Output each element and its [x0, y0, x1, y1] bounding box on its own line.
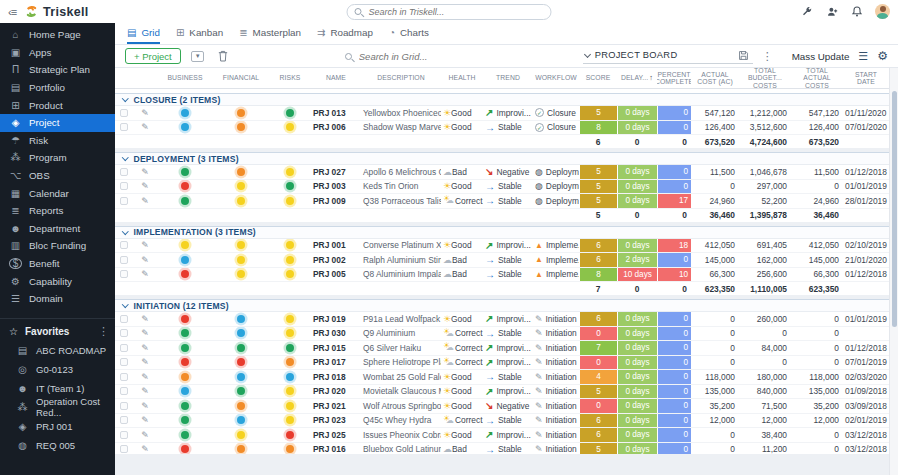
column-header-start-date[interactable]: START DATE [843, 68, 889, 88]
tab-masterplan[interactable]: ≣Masterplan [239, 23, 301, 44]
column-header-total-actual-costs[interactable]: TOTAL ACTUAL COSTS [791, 68, 843, 88]
row-checkbox[interactable] [120, 315, 128, 323]
sidebar-item-department[interactable]: ☻Department [0, 220, 115, 238]
triskell-logo[interactable]: Triskell [24, 4, 89, 19]
delete-button[interactable] [215, 49, 231, 63]
column-header-total-budget-costs[interactable]: TOTAL BUDGET... COSTS [739, 68, 791, 88]
favorite-item-prj-001[interactable]: ◈PRJ 001 [0, 417, 115, 436]
column-header-col1[interactable] [133, 68, 157, 88]
favorites-menu-icon[interactable]: ⋮ [98, 325, 109, 338]
group-header-implementation-3-items[interactable]: IMPLEMENTATION (3 ITEMS) [115, 226, 898, 239]
group-header-initiation-12-items[interactable]: INITIATION (12 ITEMS) [115, 299, 898, 312]
column-header-name[interactable]: NAME [311, 68, 361, 88]
notifications-bell-icon[interactable] [850, 5, 864, 19]
row-checkbox[interactable] [120, 270, 128, 278]
table-row[interactable]: ✎PRJ 016Bluebox Gold Latinum☁Bad→Stable✎… [115, 443, 889, 455]
board-menu-icon[interactable]: ⋮ [762, 50, 773, 63]
table-row[interactable]: ✎PRJ 018Wombat 25 Gold Falcon☀Good→Stabl… [115, 370, 889, 385]
sidebar-item-bloc-funding[interactable]: ▥Bloc Funding [0, 237, 115, 255]
table-row[interactable]: ✎PRJ 003Keds Tin Orion☀Good→Stable◍Deplo… [115, 180, 889, 195]
global-search[interactable] [347, 4, 552, 20]
edit-icon[interactable]: ✎ [141, 314, 149, 324]
mass-update-button[interactable]: Mass Update [792, 51, 850, 62]
column-header-actual-cost-ac[interactable]: ACTUAL COST (AC) [691, 68, 739, 88]
row-checkbox[interactable] [120, 182, 128, 190]
table-row[interactable]: ✎PRJ 017Sphere Heliotrope Plato☀☁Correct… [115, 356, 889, 371]
settings-gear-icon[interactable]: ⚙ [877, 49, 888, 63]
favorite-item-it-team-1[interactable]: ☻IT (Team 1) [0, 379, 115, 398]
column-header-risks[interactable]: RISKS [269, 68, 311, 88]
new-project-button[interactable]: + Project [125, 48, 181, 64]
global-search-input[interactable] [367, 6, 544, 18]
sidebar-item-benefit[interactable]: $Benefit [0, 255, 115, 273]
row-checkbox[interactable] [120, 402, 128, 410]
column-header-workflow[interactable]: WORKFLOW [533, 68, 579, 88]
row-checkbox[interactable] [120, 387, 128, 395]
group-header-closure-2-items[interactable]: CLOSURE (2 ITEMS) [115, 93, 898, 106]
edit-icon[interactable]: ✎ [141, 372, 149, 382]
sidebar-item-obs[interactable]: ⌥OBS [0, 167, 115, 185]
edit-icon[interactable]: ✎ [141, 181, 149, 191]
row-checkbox[interactable] [120, 431, 128, 439]
edit-icon[interactable]: ✎ [141, 386, 149, 396]
column-header-description[interactable]: DESCRIPTION [361, 68, 441, 88]
column-header-col0[interactable] [115, 68, 133, 88]
edit-icon[interactable]: ✎ [141, 401, 149, 411]
sidebar-collapse-icon[interactable]: ‹≡ [8, 6, 16, 18]
table-row[interactable]: ✎PRJ 027Apollo 6 Melichrous Galil...☁Bad… [115, 165, 889, 180]
add-user-icon[interactable] [825, 5, 839, 19]
column-header-trend[interactable]: TREND [483, 68, 533, 88]
edit-icon[interactable]: ✎ [141, 122, 149, 132]
edit-icon[interactable]: ✎ [141, 430, 149, 440]
sidebar-item-strategic-plan[interactable]: ΠStrategic Plan [0, 61, 115, 79]
column-header-delay[interactable]: DELAY...↑ [617, 68, 657, 88]
column-options-icon[interactable]: ☰ [858, 50, 868, 63]
grid-search-input[interactable] [357, 50, 500, 63]
vertical-scrollbar[interactable] [889, 68, 898, 475]
column-header-financial[interactable]: FINANCIAL [213, 68, 269, 88]
table-row[interactable]: ✎PRJ 009Q38 Porraceous Talisker☀☁Correct… [115, 194, 889, 209]
group-header-deployment-3-items[interactable]: DEPLOYMENT (3 ITEMS) [115, 152, 898, 165]
import-dropdown-button[interactable]: ▼ [190, 49, 206, 63]
edit-icon[interactable]: ✎ [141, 240, 149, 250]
favorite-item-operation-cost-red[interactable]: ⁂Operation Cost Red... [0, 398, 115, 417]
user-avatar[interactable] [875, 4, 890, 19]
sidebar-item-program[interactable]: ⁂Program [0, 149, 115, 167]
sidebar-item-apps[interactable]: ▣Apps [0, 44, 115, 62]
row-checkbox[interactable] [120, 445, 128, 453]
edit-icon[interactable]: ✎ [141, 357, 149, 367]
board-selector[interactable]: PROJECT BOARD [583, 49, 753, 64]
edit-icon[interactable]: ✎ [141, 269, 149, 279]
table-row[interactable]: ✎PRJ 013Yellowbox Phoeniceous ...☀Good↗I… [115, 106, 889, 121]
edit-icon[interactable]: ✎ [141, 196, 149, 206]
grid-search[interactable] [345, 49, 500, 64]
edit-icon[interactable]: ✎ [141, 415, 149, 425]
sidebar-item-product[interactable]: ⊞Product [0, 96, 115, 114]
sidebar-item-calendar[interactable]: ▦Calendar [0, 184, 115, 202]
row-checkbox[interactable] [120, 168, 128, 176]
edit-icon[interactable]: ✎ [141, 444, 149, 454]
favorite-item-req-005[interactable]: ◍REQ 005 [0, 436, 115, 455]
table-row[interactable]: ✎PRJ 019P91a Lead Wolfpack☀Good↗Improvi.… [115, 312, 889, 327]
edit-icon[interactable]: ✎ [141, 328, 149, 338]
save-view-icon[interactable] [738, 50, 749, 61]
column-header-business[interactable]: BUSINESS [157, 68, 213, 88]
row-checkbox[interactable] [120, 416, 128, 424]
table-row[interactable]: ✎PRJ 015Q6 Silver Haiku☀☁Correct↗Improvi… [115, 341, 889, 356]
favorite-item-g0-0123[interactable]: ◎G0-0123 [0, 360, 115, 379]
table-row[interactable]: ✎PRJ 030Q9 Aluminium☀☁Correct→Stable✎Ini… [115, 327, 889, 342]
tab-roadmap[interactable]: ⇉Roadmap [317, 23, 373, 44]
column-header-score[interactable]: SCORE [579, 68, 617, 88]
row-checkbox[interactable] [120, 109, 128, 117]
sidebar-item-home-page[interactable]: ⌂Home Page [0, 26, 115, 44]
edit-icon[interactable]: ✎ [141, 167, 149, 177]
tab-kanban[interactable]: ⊞Kanban [176, 23, 223, 44]
row-checkbox[interactable] [120, 373, 128, 381]
favorite-item-abc-roadmap[interactable]: ▤ABC ROADMAP [0, 341, 115, 360]
tab-charts[interactable]: ◔Charts [389, 23, 429, 44]
tab-grid[interactable]: ▤Grid [127, 23, 160, 44]
table-row[interactable]: ✎PRJ 023Q45c Whey Hydra☀☁Correct→Stable✎… [115, 414, 889, 429]
row-checkbox[interactable] [120, 329, 128, 337]
sidebar-item-risk[interactable]: ☂Risk [0, 132, 115, 150]
table-row[interactable]: ✎PRJ 002Ralph Aluminium Stinger☁Bad→Stab… [115, 253, 889, 268]
